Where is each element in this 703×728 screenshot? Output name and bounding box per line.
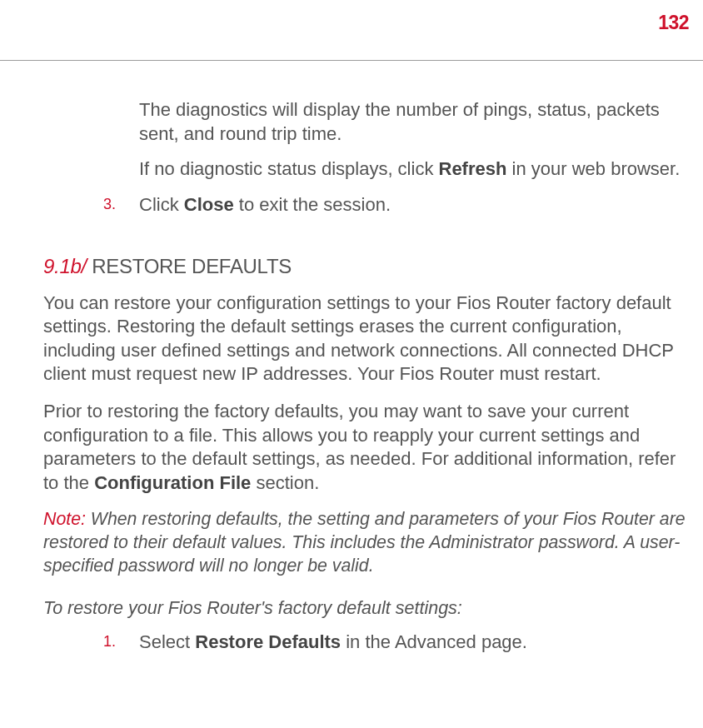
close-bold: Close	[184, 194, 234, 215]
section-title: RESTORE DEFAULTS	[87, 255, 292, 277]
step-number: 1.	[103, 632, 116, 651]
step-number: 3.	[103, 195, 116, 214]
page-content: The diagnostics will display the number …	[43, 98, 689, 666]
diagnostics-paragraph-2: If no diagnostic status displays, click …	[43, 157, 689, 182]
text: Click	[139, 194, 184, 215]
section-heading: 9.1b/ RESTORE DEFAULTS	[43, 253, 689, 279]
text: If no diagnostic status displays, click	[139, 158, 439, 179]
text: Select	[139, 631, 195, 652]
note-paragraph: Note: When restoring defaults, the setti…	[43, 508, 689, 577]
text: in your web browser.	[506, 158, 680, 179]
text: in the Advanced page.	[341, 631, 527, 652]
step-1: 1. Select Restore Defaults in the Advanc…	[43, 631, 689, 655]
note-label: Note:	[43, 509, 86, 529]
restore-paragraph-1: You can restore your configuration setti…	[43, 292, 689, 386]
step-3: 3. Click Close to exit the session.	[43, 193, 689, 217]
restore-defaults-bold: Restore Defaults	[195, 631, 341, 652]
restore-lead: To restore your Fios Router's factory de…	[43, 597, 689, 621]
text: to exit the session.	[234, 194, 391, 215]
text: section.	[251, 472, 319, 493]
config-file-bold: Configuration File	[94, 472, 251, 493]
restore-paragraph-2: Prior to restoring the factory defaults,…	[43, 400, 689, 495]
section-number: 9.1b/	[43, 255, 87, 277]
page-number: 132	[658, 11, 689, 36]
diagnostics-paragraph-1: The diagnostics will display the number …	[43, 98, 689, 146]
note-text: When restoring defaults, the setting and…	[43, 509, 686, 575]
refresh-bold: Refresh	[439, 158, 507, 179]
header-divider	[0, 60, 703, 61]
